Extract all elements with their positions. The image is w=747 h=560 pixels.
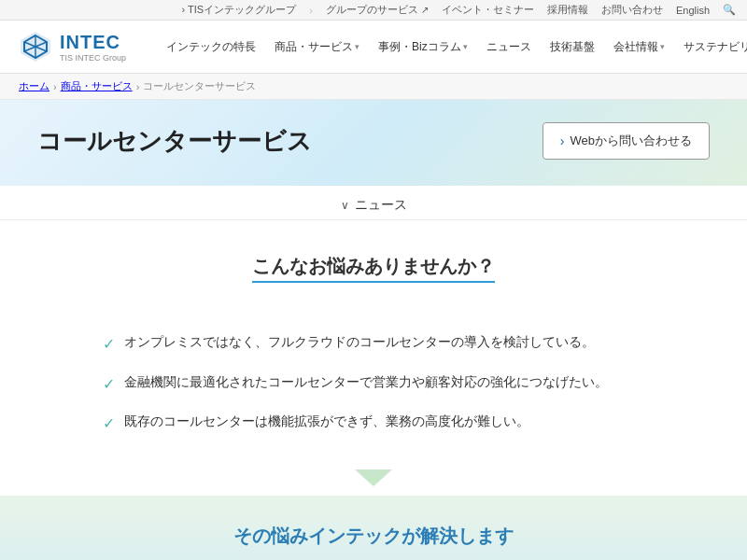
english-link[interactable]: English [676,5,710,16]
check-icon: ✓ [103,332,115,357]
news-label: ニュース [355,197,407,214]
problems-list: ✓ オンプレミスではなく、フルクラウドのコールセンターの導入を検討している。 ✓… [103,331,644,436]
group-services-link[interactable]: グループのサービス ↗ [326,3,429,17]
divider [0,464,747,486]
problems-title: こんなお悩みありませんか？ [252,254,495,283]
hero-section: コールセンターサービス › Webから問い合わせる [0,100,747,186]
arrow-icon: › [560,133,565,148]
main-nav: インテックの特長 商品・サービス ▾ 事例・Bizコラム ▾ ニュース 技術基盤… [159,34,747,61]
check-icon: ✓ [103,412,115,436]
header: INTEC TIS INTEC Group インテックの特長 商品・サービス ▾… [0,21,747,74]
web-contact-button[interactable]: › Webから問い合わせる [543,122,710,160]
top-bar: › TISインテックグループ › グループのサービス ↗ イベント・セミナー 採… [0,0,747,21]
contact-link[interactable]: お問い合わせ [601,3,663,17]
breadcrumb: ホーム › 商品・サービス › コールセンターサービス [0,74,747,100]
chevron-down-icon: ▾ [463,42,468,51]
list-item: ✓ 金融機関に最適化されたコールセンターで営業力や顧客対応の強化につなげたい。 [103,371,644,397]
logo-text: INTEC [60,32,126,53]
chevron-down-icon: ▾ [355,42,359,51]
logo-icon [19,30,52,63]
nav-features[interactable]: インテックの特長 [159,34,263,61]
nav-tech[interactable]: 技術基盤 [543,34,602,61]
news-section: ∨ ニュース [0,186,747,220]
tis-intec-link[interactable]: › TISインテックグループ [182,3,297,17]
check-icon: ✓ [103,372,115,397]
list-item: ✓ 既存のコールセンターは機能拡張ができず、業務の高度化が難しい。 [103,411,644,436]
breadcrumb-current: コールセンターサービス [143,79,256,93]
breadcrumb-home[interactable]: ホーム [19,79,49,93]
problems-section: こんなお悩みありませんか？ ✓ オンプレミスではなく、フルクラウドのコールセンタ… [0,220,747,464]
nav-cases[interactable]: 事例・Bizコラム ▾ [371,34,475,61]
list-item: ✓ オンプレミスではなく、フルクラウドのコールセンターの導入を検討している。 [103,331,644,357]
news-toggle[interactable]: ∨ ニュース [341,197,407,214]
page-title: コールセンターサービス [37,125,312,158]
event-seminar-link[interactable]: イベント・セミナー [442,3,534,17]
recruit-link[interactable]: 採用情報 [547,3,588,17]
nav-company[interactable]: 会社情報 ▾ [606,34,672,61]
breadcrumb-products[interactable]: 商品・サービス [61,79,133,93]
solutions-section: その悩みインテックが解決します フルクラウドのコールセンターを実現 Amazon… [0,496,747,560]
chevron-down-icon: ∨ [341,199,349,212]
nav-products[interactable]: 商品・サービス ▾ [267,34,367,61]
triangle-icon [355,469,392,486]
search-icon[interactable]: 🔍 [723,4,736,16]
solutions-title: その悩みインテックが解決します [28,524,719,549]
nav-news[interactable]: ニュース [479,34,539,61]
nav-sustainability[interactable]: サステナビリティ ▾ [676,34,747,61]
chevron-down-icon: ▾ [660,42,665,51]
logo-subtext: TIS INTEC Group [60,53,126,63]
logo-area[interactable]: INTEC TIS INTEC Group [19,30,159,63]
